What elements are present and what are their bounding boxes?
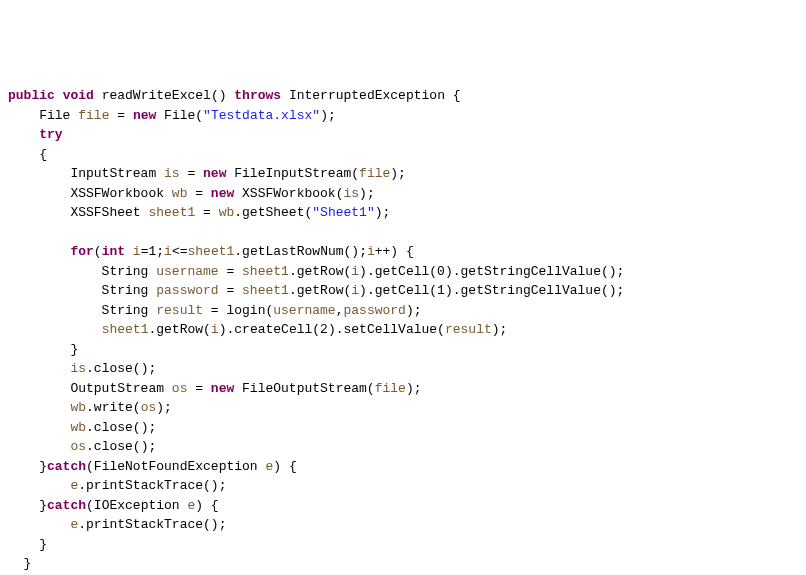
string-literal: "Sheet1" — [312, 205, 374, 220]
var-i: i — [164, 244, 172, 259]
keyword-for: for — [70, 244, 93, 259]
var-i: i — [351, 264, 359, 279]
var-sheet1: sheet1 — [242, 264, 289, 279]
keyword-catch: catch — [47, 498, 86, 513]
var-wb: wb — [219, 205, 235, 220]
text: =1; — [141, 244, 164, 259]
text: (FileNotFoundException — [86, 459, 265, 474]
text — [281, 88, 289, 103]
text: ).getCell(0).getStringCellValue(); — [359, 264, 624, 279]
var-is: is — [164, 166, 180, 181]
keyword-void: void — [63, 88, 94, 103]
text — [8, 361, 70, 376]
text: .close(); — [86, 361, 156, 376]
keyword-throws: throws — [234, 88, 281, 103]
var-i: i — [133, 244, 141, 259]
text: String — [8, 303, 156, 318]
var-wb: wb — [70, 400, 86, 415]
text: = — [219, 264, 242, 279]
keyword-catch: catch — [47, 459, 86, 474]
code-block: public void readWriteExcel() throws Inte… — [8, 86, 798, 575]
text: ); — [320, 108, 336, 123]
method-name: readWriteExcel — [102, 88, 211, 103]
text: .getRow( — [289, 283, 351, 298]
text — [8, 127, 39, 142]
var-file: file — [78, 108, 109, 123]
text: XSSFSheet — [8, 205, 148, 220]
text: = — [187, 381, 210, 396]
text: = — [219, 283, 242, 298]
text: () — [211, 88, 234, 103]
text: XSSFWorkbook — [8, 186, 172, 201]
text: ) { — [195, 498, 218, 513]
text: ).getCell(1).getStringCellValue(); — [359, 283, 624, 298]
text: = — [187, 186, 210, 201]
text: } — [8, 498, 47, 513]
var-sheet1: sheet1 — [148, 205, 195, 220]
string-literal: "Testdata.xlsx" — [203, 108, 320, 123]
text: } — [8, 459, 47, 474]
text — [8, 225, 70, 240]
exception-type: InterruptedException — [289, 88, 445, 103]
var-result: result — [156, 303, 203, 318]
var-username: username — [156, 264, 218, 279]
text: { — [8, 147, 47, 162]
text — [8, 420, 70, 435]
keyword-new: new — [133, 108, 156, 123]
text: } — [8, 342, 78, 357]
arg-is: is — [343, 186, 359, 201]
var-os: os — [172, 381, 188, 396]
keyword-int: int — [102, 244, 125, 259]
var-sheet1: sheet1 — [188, 244, 235, 259]
text — [8, 244, 70, 259]
text: .write( — [86, 400, 141, 415]
text: (IOException — [86, 498, 187, 513]
var-sheet1: sheet1 — [242, 283, 289, 298]
text: ); — [375, 205, 391, 220]
text: { — [445, 88, 461, 103]
text: String — [8, 264, 156, 279]
text: .getRow( — [289, 264, 351, 279]
text: } — [8, 556, 31, 571]
text: ); — [390, 166, 406, 181]
text: ); — [359, 186, 375, 201]
var-wb: wb — [172, 186, 188, 201]
text: .close(); — [86, 420, 156, 435]
text: , — [336, 303, 344, 318]
text: ); — [406, 381, 422, 396]
text: .printStackTrace(); — [78, 517, 226, 532]
text: ).createCell(2).setCellValue( — [219, 322, 445, 337]
text: ) { — [273, 459, 296, 474]
text — [8, 517, 70, 532]
var-is: is — [70, 361, 86, 376]
var-os: os — [70, 439, 86, 454]
text: = login( — [203, 303, 273, 318]
arg-os: os — [141, 400, 157, 415]
text: ); — [492, 322, 508, 337]
var-i: i — [351, 283, 359, 298]
text: = — [109, 108, 132, 123]
text: String — [8, 283, 156, 298]
text: ( — [94, 244, 102, 259]
var-password: password — [156, 283, 218, 298]
var-i: i — [367, 244, 375, 259]
text: OutputStream — [8, 381, 172, 396]
text: .getSheet( — [234, 205, 312, 220]
text: XSSFWorkbook( — [234, 186, 343, 201]
text — [8, 400, 70, 415]
var-username: username — [273, 303, 335, 318]
text: .printStackTrace(); — [78, 478, 226, 493]
keyword-new: new — [211, 381, 234, 396]
text: } — [8, 537, 47, 552]
text: FileOutputStream( — [234, 381, 374, 396]
text: ++) { — [375, 244, 414, 259]
text: = — [180, 166, 203, 181]
var-password: password — [344, 303, 406, 318]
var-result: result — [445, 322, 492, 337]
keyword-new: new — [211, 186, 234, 201]
type-file: File — [39, 108, 70, 123]
text: .getRow( — [148, 322, 210, 337]
text: InputStream — [8, 166, 164, 181]
text: .getLastRowNum(); — [234, 244, 367, 259]
text — [8, 439, 70, 454]
